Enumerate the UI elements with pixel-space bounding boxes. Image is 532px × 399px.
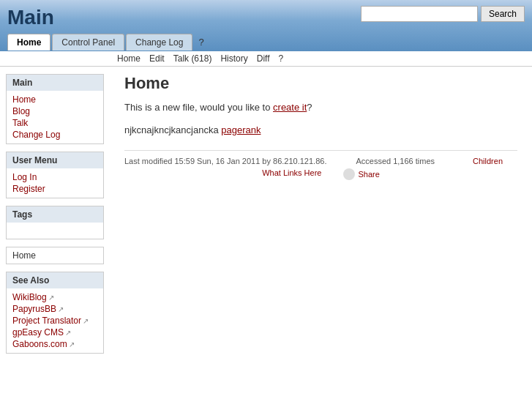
intro-text: This is a new file, would you like to cr… [124,102,517,113]
sidebar-see-also-links: WikiBlog↗ PapyrusBB↗ Project Translator↗… [7,288,103,353]
subnav-edit[interactable]: Edit [149,53,165,64]
subnav-history[interactable]: History [220,53,247,64]
sidebar-item-login[interactable]: Log In [12,171,97,183]
tab-control-panel[interactable]: Control Panel [52,34,124,51]
main-content: Home This is a new file, would you like … [110,67,532,396]
accessed-text: Accessed 1,166 times [356,157,435,165]
pagerank-link[interactable]: pagerank [221,124,261,135]
subnav-question[interactable]: ? [279,53,284,64]
sidebar-tags-section: Tags [6,206,104,239]
sidebar: Main Home Blog Talk Change Log User Menu… [0,67,110,396]
footer-row1: Last modified 15:59 Sun, 16 Jan 2011 by … [124,157,517,165]
sidebar-item-changelog[interactable]: Change Log [12,129,97,141]
subnav-home[interactable]: Home [117,53,141,64]
children-link[interactable]: Children [473,157,503,165]
body-text: njkcnajkncjkancjancka pagerank [124,124,517,135]
see-also-wikiblog[interactable]: WikiBlog↗ [12,291,97,303]
search-button[interactable]: Search [481,6,525,22]
share-item: Share [343,168,379,180]
modified-text: Last modified 15:59 Sun, 16 Jan 2011 by … [124,157,326,165]
sidebar-item-register[interactable]: Register [12,183,97,195]
sidebar-main-links: Home Blog Talk Change Log [7,91,103,143]
sub-nav: Home Edit Talk (618) History Diff ? [0,51,532,67]
sidebar-user-title: User Menu [7,152,103,168]
subnav-diff[interactable]: Diff [257,53,270,64]
sidebar-item-blog[interactable]: Blog [12,105,97,117]
search-input[interactable] [361,6,478,22]
sidebar-see-also-title: See Also [7,272,103,288]
tab-home[interactable]: Home [7,34,50,51]
sidebar-item-home[interactable]: Home [12,94,97,105]
sidebar-tags-title: Tags [7,206,103,223]
create-it-link[interactable]: create it [273,102,307,113]
footer-row2: What Links Here Share [124,168,517,183]
sidebar-main-section: Main Home Blog Talk Change Log [6,74,104,144]
sidebar-tags-content [7,223,103,239]
sidebar-item-talk[interactable]: Talk [12,117,97,129]
sidebar-main-title: Main [7,75,103,91]
sidebar-see-also-section: See Also WikiBlog↗ PapyrusBB↗ Project Tr… [6,272,104,354]
sidebar-user-section: User Menu Log In Register [6,152,104,198]
share-icon [343,168,355,180]
page-footer-info: Last modified 15:59 Sun, 16 Jan 2011 by … [124,150,517,183]
subnav-talk[interactable]: Talk (618) [173,53,212,64]
page-title: Home [124,74,517,93]
what-links-here-link[interactable]: What Links Here [262,168,321,180]
see-also-papyrusbb[interactable]: PapyrusBB↗ [12,303,97,315]
tab-change-log[interactable]: Change Log [126,34,192,51]
see-also-project-translator[interactable]: Project Translator↗ [12,315,97,327]
sidebar-tag-home: Home [6,247,104,264]
sidebar-user-links: Log In Register [7,168,103,198]
see-also-gaboons[interactable]: Gaboons.com↗ [12,338,97,350]
share-link[interactable]: Share [358,170,379,179]
see-also-gpeasy[interactable]: gpEasy CMS↗ [12,327,97,338]
tab-question[interactable]: ? [194,34,208,51]
nav-tabs: Home Control Panel Change Log ? [7,34,525,51]
